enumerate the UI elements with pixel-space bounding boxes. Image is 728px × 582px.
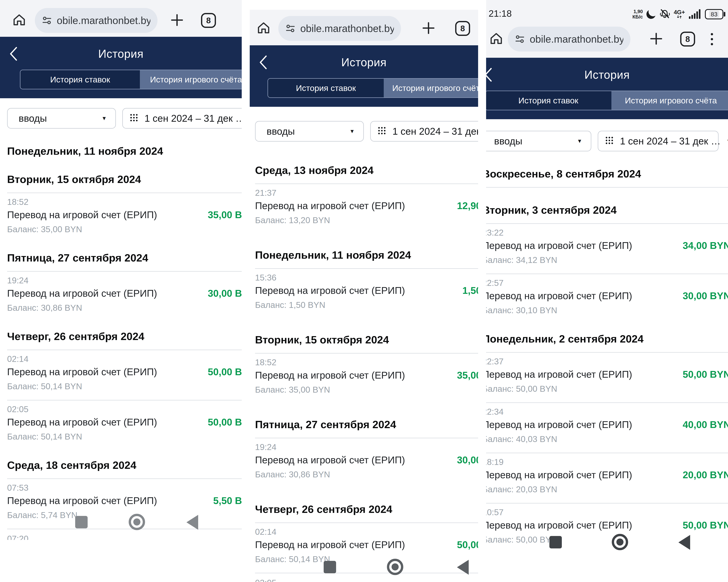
- address-bar[interactable]: obile.marathonbet.by: [508, 27, 630, 52]
- transaction-amount: 50,00 BYN: [208, 417, 242, 427]
- transaction-main: Перевод на игровой счет (ЕРИП)30,00 BYN: [255, 455, 478, 468]
- date-range-picker[interactable]: 1 сен 2024 – 31 дек … ▼: [598, 131, 719, 151]
- home-button[interactable]: [612, 534, 628, 550]
- transaction-row[interactable]: 22:37Перевод на игровой счет (ЕРИП)50,00…: [486, 353, 728, 395]
- tune-icon: [515, 34, 525, 44]
- chevron-down-icon: ▼: [726, 138, 728, 144]
- transaction-description: Перевод на игровой счет (ЕРИП): [7, 209, 157, 220]
- transaction-row[interactable]: 23:22Перевод на игровой счет (ЕРИП)34,00…: [486, 224, 728, 266]
- transaction-main: Перевод на игровой счет (ЕРИП)50,00 BYN: [255, 539, 478, 553]
- home-button[interactable]: [129, 514, 145, 530]
- transaction-main: Перевод на игровой счет (ЕРИП)30,00 BYN: [486, 290, 728, 303]
- tune-icon: [42, 16, 52, 25]
- new-tab-icon[interactable]: [421, 21, 436, 36]
- date-group-header: Вторник, 15 октября 2024: [7, 174, 242, 185]
- calendar-grid-icon: [130, 114, 139, 123]
- tab-counter-button[interactable]: 8: [680, 32, 695, 47]
- tab-bet-history[interactable]: История ставок: [486, 91, 612, 110]
- transaction-row[interactable]: 22:57Перевод на игровой счет (ЕРИП)30,00…: [486, 274, 728, 316]
- transaction-time-clipped: 02:05: [255, 578, 478, 582]
- new-tab-icon[interactable]: [649, 32, 663, 47]
- page-title: История: [584, 68, 630, 81]
- transaction-time: 21:37: [255, 188, 478, 197]
- transaction-row[interactable]: 19:24Перевод на игровой счет (ЕРИП)30,00…: [7, 272, 242, 314]
- tab-counter-button[interactable]: 8: [201, 13, 216, 28]
- transaction-time: 15:36: [255, 273, 478, 282]
- back-icon[interactable]: [258, 55, 268, 71]
- battery-icon: 83: [705, 9, 723, 19]
- operation-type-select[interactable]: вводы ▼: [255, 121, 364, 141]
- operation-type-select[interactable]: вводы ▼: [486, 131, 591, 151]
- back-button[interactable]: [678, 535, 690, 550]
- transaction-row[interactable]: 18:19Перевод на игровой счет (ЕРИП)20,00…: [486, 453, 728, 496]
- transaction-row[interactable]: 21:37Перевод на игровой счет (ЕРИП)12,90…: [255, 184, 478, 226]
- transaction-balance: Баланс: 50,00 BYN: [486, 384, 728, 394]
- new-tab-icon[interactable]: [170, 13, 184, 28]
- address-bar[interactable]: obile.marathonbet.by: [35, 8, 157, 33]
- menu-kebab-icon[interactable]: [711, 33, 713, 45]
- filter-row: вводы ▼ 1 сен 2024 – 31 дек … ▼: [7, 108, 235, 129]
- date-group-header: Пятница, 27 сентября 2024: [255, 419, 478, 430]
- operation-type-select[interactable]: вводы ▼: [7, 108, 116, 129]
- home-icon[interactable]: [11, 12, 27, 28]
- transaction-balance: Баланс: 30,10 BYN: [486, 306, 728, 315]
- transaction-amount: 34,00 BYN: [683, 240, 728, 251]
- chevron-down-icon: ▼: [102, 115, 107, 121]
- back-button[interactable]: [186, 515, 198, 530]
- transaction-description: Перевод на игровой счет (ЕРИП): [7, 417, 157, 428]
- recents-button[interactable]: [324, 561, 336, 573]
- browser-toolbar: obile.marathonbet.by 8: [486, 23, 728, 58]
- app-header: История История ставок История игрового …: [250, 45, 478, 107]
- tab-account-history[interactable]: История игрового счёта: [384, 79, 478, 97]
- transaction-description: Перевод на игровой счет (ЕРИП): [7, 288, 157, 299]
- calendar-grid-icon: [378, 127, 387, 136]
- updown-arrows-icon: [677, 15, 682, 19]
- transaction-time: 18:52: [255, 358, 478, 367]
- transaction-balance: Баланс: 35,00 BYN: [255, 385, 478, 394]
- transaction-main: Перевод на игровой счет (ЕРИП)50,00 BYN: [7, 417, 242, 430]
- app-header: История История ставок История игрового …: [486, 58, 728, 119]
- date-group-header: Четверг, 26 сентября 2024: [7, 331, 242, 342]
- transaction-balance: Баланс: 1,50 BYN: [255, 300, 478, 310]
- transaction-amount: 50,00 BYN: [208, 367, 242, 377]
- date-range-picker[interactable]: 1 сен 2024 – 31 дек … ▼: [370, 121, 478, 141]
- do-not-disturb-icon: [645, 8, 656, 20]
- tab-account-history[interactable]: История игрового счёта: [140, 70, 242, 89]
- back-icon[interactable]: [486, 67, 493, 83]
- screenshot-panel-middle: obile.marathonbet.by 8 История История с…: [250, 0, 478, 582]
- home-icon[interactable]: [256, 21, 271, 36]
- tab-bet-history[interactable]: История ставок: [21, 70, 140, 89]
- back-icon[interactable]: [8, 46, 19, 62]
- transaction-main: Перевод на игровой счет (ЕРИП)50,00 BYN: [486, 369, 728, 382]
- transaction-description: Перевод на игровой счет (ЕРИП): [486, 520, 632, 531]
- home-button[interactable]: [387, 559, 403, 575]
- tab-account-history[interactable]: История игрового счёта: [612, 91, 728, 110]
- address-bar[interactable]: obile.marathonbet.by: [278, 16, 401, 41]
- recents-button[interactable]: [75, 516, 87, 528]
- mute-vibrate-icon: [659, 8, 670, 20]
- home-icon[interactable]: [489, 31, 504, 47]
- transaction-amount: 35,00 BYN: [208, 209, 242, 220]
- recents-button[interactable]: [549, 536, 562, 549]
- android-navbar: [250, 559, 478, 577]
- tab-bet-history[interactable]: История ставок: [268, 79, 384, 97]
- transaction-row[interactable]: 18:52Перевод на игровой счет (ЕРИП)35,00…: [7, 193, 242, 235]
- transaction-time: 18:19: [486, 457, 728, 467]
- calendar-grid-icon: [606, 137, 614, 145]
- tab-counter-button[interactable]: 8: [455, 21, 470, 36]
- network-speed: 1,90КБ/с: [632, 9, 643, 20]
- transaction-row[interactable]: 02:05Перевод на игровой счет (ЕРИП)50,00…: [7, 400, 242, 443]
- screenshot-panel-left: obile.marathonbet.by 8 История История с…: [0, 0, 242, 582]
- transaction-row[interactable]: 02:14Перевод на игровой счет (ЕРИП)50,00…: [7, 350, 242, 392]
- transaction-row[interactable]: 15:36Перевод на игровой счет (ЕРИП)1,50 …: [255, 269, 478, 311]
- transaction-row[interactable]: 18:52Перевод на игровой счет (ЕРИП)35,00…: [255, 353, 478, 396]
- transaction-row[interactable]: 22:34Перевод на игровой счет (ЕРИП)40,00…: [486, 403, 728, 445]
- transaction-balance: Баланс: 40,03 BYN: [486, 434, 728, 444]
- back-button[interactable]: [457, 560, 469, 575]
- transaction-amount: 12,90 BYN: [457, 201, 478, 211]
- transaction-time: 07:53: [7, 483, 242, 493]
- transaction-description: Перевод на игровой счет (ЕРИП): [255, 285, 405, 296]
- transaction-row[interactable]: 19:24Перевод на игровой счет (ЕРИП)30,00…: [255, 438, 478, 481]
- date-range-picker[interactable]: 1 сен 2024 – 31 дек … ▼: [122, 108, 242, 129]
- transaction-main: Перевод на игровой счет (ЕРИП)50,00 BYN: [7, 367, 242, 380]
